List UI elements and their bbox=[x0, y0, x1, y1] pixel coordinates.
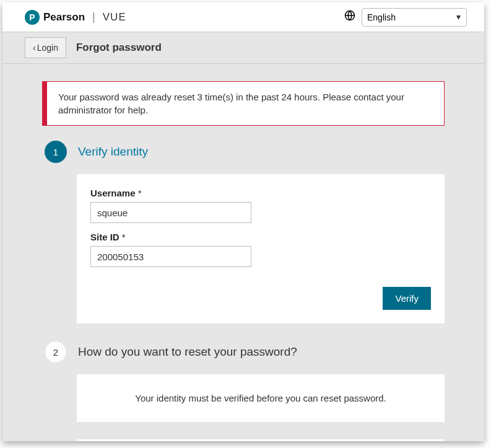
main-content: Your password was already reset 3 time(s… bbox=[2, 64, 484, 441]
username-label: Username * bbox=[90, 188, 431, 198]
reset-method-panel: Your identity must be verified before yo… bbox=[77, 374, 445, 422]
chevron-left-icon: ‹ bbox=[33, 43, 36, 53]
verify-required-message: Your identity must be verified before yo… bbox=[135, 393, 386, 403]
brand-divider: | bbox=[92, 11, 95, 24]
step1-number: 1 bbox=[45, 141, 67, 163]
app-frame: P Pearson | VUE English ‹ Login Forgot p… bbox=[2, 2, 484, 441]
brand-name-pearson: Pearson bbox=[43, 11, 85, 24]
step2-title: How do you want to reset your password? bbox=[78, 345, 297, 359]
language-select-wrap: English bbox=[362, 8, 467, 27]
step1-header: 1 Verify identity bbox=[45, 141, 445, 163]
error-alert: Your password was already reset 3 time(s… bbox=[42, 81, 445, 126]
siteid-input[interactable] bbox=[90, 246, 251, 267]
verify-button[interactable]: Verify bbox=[383, 287, 431, 310]
step2-header: 2 How do you want to reset your password… bbox=[45, 341, 445, 363]
verify-identity-panel: Username * Site ID * Verify bbox=[77, 174, 445, 323]
brand-name-vue: VUE bbox=[103, 11, 126, 24]
actions-panel: Cancel Forgot username bbox=[77, 439, 445, 441]
verify-row: Verify bbox=[90, 287, 431, 310]
step2-number: 2 bbox=[45, 341, 67, 363]
username-input[interactable] bbox=[90, 202, 251, 223]
language-select[interactable]: English bbox=[362, 8, 467, 27]
pearson-p-icon: P bbox=[25, 10, 40, 25]
back-to-login-button[interactable]: ‹ Login bbox=[25, 37, 66, 58]
alert-message: Your password was already reset 3 time(s… bbox=[58, 92, 404, 115]
back-label: Login bbox=[37, 43, 58, 53]
brand-logo: P Pearson | VUE bbox=[25, 10, 126, 25]
step1-title: Verify identity bbox=[78, 145, 148, 159]
page-title: Forgot password bbox=[76, 42, 162, 54]
breadcrumb-bar: ‹ Login Forgot password bbox=[2, 32, 484, 64]
globe-icon bbox=[344, 10, 355, 24]
global-header: P Pearson | VUE English bbox=[2, 2, 484, 32]
siteid-label: Site ID * bbox=[90, 232, 431, 242]
